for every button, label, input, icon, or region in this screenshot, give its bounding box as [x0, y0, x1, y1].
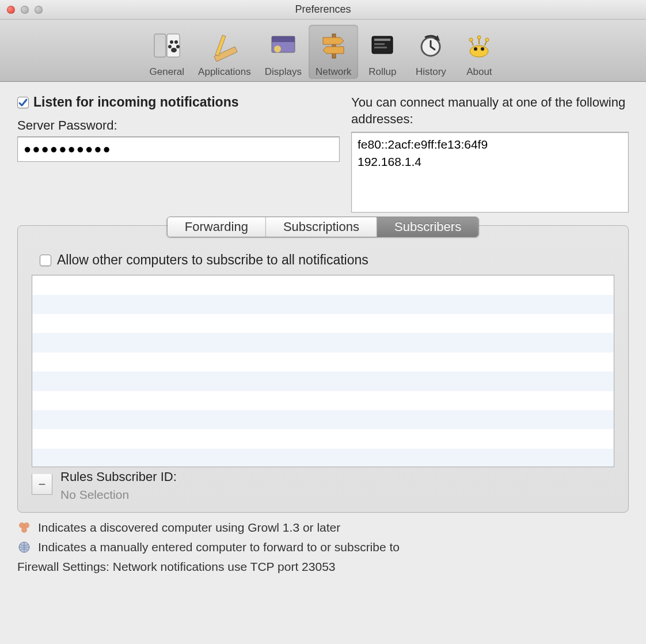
paw-icon: [150, 28, 184, 63]
address-list[interactable]: fe80::2acf:e9ff:fe13:64f9 192.168.1.4: [351, 132, 629, 213]
svg-point-23: [481, 47, 484, 51]
svg-marker-14: [323, 47, 344, 54]
list-row: [32, 449, 614, 467]
password-label: Server Password:: [17, 118, 340, 133]
svg-rect-18: [374, 47, 387, 48]
svg-point-6: [171, 48, 177, 52]
network-tab-panel: Forwarding Subscriptions Subscribers All…: [17, 225, 629, 513]
svg-point-29: [21, 527, 27, 533]
svg-rect-17: [374, 43, 385, 45]
list-row: [32, 391, 614, 410]
rules-subscriber-id-label: Rules Subscriber ID:: [60, 469, 177, 484]
no-selection-label: No Selection: [60, 488, 177, 502]
segmented-control: Forwarding Subscriptions Subscribers: [167, 217, 479, 237]
signpost-icon: [316, 28, 351, 63]
allow-subscribe-label: Allow other computers to subscribe to al…: [57, 252, 368, 268]
list-row: [32, 275, 614, 294]
toolbar-general[interactable]: General: [143, 25, 191, 79]
toolbar-history[interactable]: History: [406, 25, 455, 79]
toolbar-network[interactable]: Network: [309, 25, 358, 79]
ruler-pencil-icon: [207, 28, 242, 63]
tab-forwarding[interactable]: Forwarding: [168, 217, 266, 237]
legend-manual: Indicates a manually entered computer to…: [38, 540, 400, 554]
rollup-icon: [365, 28, 400, 63]
zoom-icon[interactable]: [35, 6, 43, 14]
svg-marker-13: [323, 37, 344, 44]
password-input[interactable]: [17, 137, 340, 162]
close-icon[interactable]: [7, 6, 15, 14]
listen-label: Listen for incoming notifications: [33, 94, 239, 110]
toolbar-label: History: [416, 66, 446, 78]
svg-point-5: [176, 45, 180, 48]
toolbar-label: Applications: [198, 66, 251, 78]
about-icon: [462, 28, 496, 63]
svg-point-11: [274, 46, 281, 52]
address-item: fe80::2acf:e9ff:fe13:64f9: [358, 136, 622, 153]
svg-point-4: [168, 45, 172, 48]
display-icon: [266, 28, 301, 63]
svg-point-25: [477, 36, 481, 39]
svg-point-3: [174, 40, 178, 44]
svg-rect-16: [374, 39, 390, 41]
subscribers-list[interactable]: [32, 275, 614, 467]
svg-rect-0: [154, 34, 166, 57]
firewall-note: Firewall Settings: Network notifications…: [17, 560, 629, 574]
list-row: [32, 295, 614, 314]
legend: Indicates a discovered computer using Gr…: [17, 521, 629, 574]
toolbar-label: General: [150, 66, 184, 78]
titlebar: Preferences: [0, 0, 646, 20]
svg-point-26: [485, 38, 489, 41]
list-row: [32, 429, 614, 448]
manual-connect-label: You can connect manually at one of the f…: [351, 94, 629, 127]
toolbar-label: About: [466, 66, 492, 78]
legend-discovered: Indicates a discovered computer using Gr…: [38, 521, 340, 535]
list-row: [32, 410, 614, 429]
history-icon: [413, 28, 448, 63]
list-row: [32, 353, 614, 372]
svg-rect-10: [272, 36, 295, 42]
network-pane: Listen for incoming notifications Server…: [0, 82, 646, 584]
toolbar-label: Rollup: [368, 66, 396, 78]
svg-point-21: [470, 46, 488, 57]
toolbar-rollup[interactable]: Rollup: [358, 25, 406, 79]
traffic-lights: [0, 6, 43, 14]
toolbar-label: Network: [316, 66, 351, 78]
tab-subscribers[interactable]: Subscribers: [377, 217, 478, 237]
toolbar-label: Displays: [265, 66, 302, 78]
preferences-window: Preferences General Applications Display…: [0, 0, 646, 644]
toolbar: General Applications Displays Network Ro…: [0, 20, 646, 82]
svg-point-2: [170, 40, 173, 44]
minimize-icon[interactable]: [21, 6, 29, 14]
toolbar-applications[interactable]: Applications: [191, 25, 258, 79]
svg-point-22: [474, 47, 477, 51]
allow-subscribe-checkbox[interactable]: [40, 255, 51, 266]
tab-subscriptions[interactable]: Subscriptions: [266, 217, 377, 237]
listen-checkbox[interactable]: [17, 97, 29, 108]
toolbar-about[interactable]: About: [455, 25, 503, 79]
address-item: 192.168.1.4: [358, 153, 622, 170]
window-title: Preferences: [0, 3, 646, 16]
remove-button[interactable]: −: [32, 474, 52, 495]
bonjour-icon: [17, 521, 31, 535]
toolbar-displays[interactable]: Displays: [258, 25, 309, 79]
list-row: [32, 372, 614, 391]
list-row: [32, 333, 614, 352]
globe-icon: [17, 540, 31, 554]
list-row: [32, 314, 614, 333]
svg-point-24: [469, 38, 473, 41]
